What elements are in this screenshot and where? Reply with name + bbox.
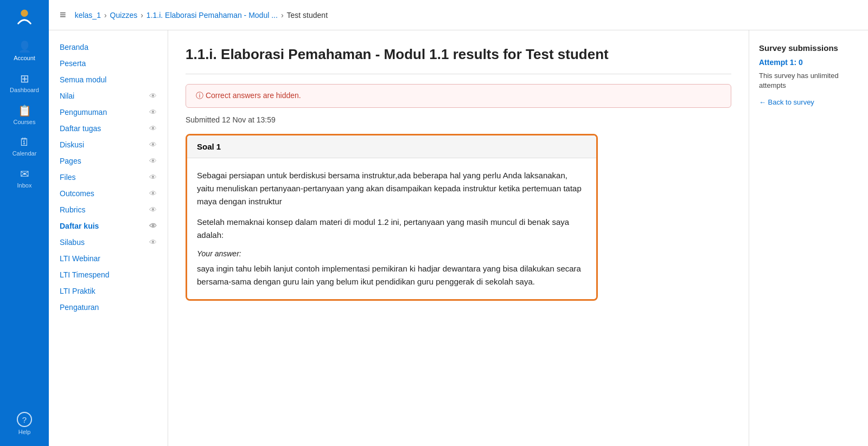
eye-icon-pengumuman[interactable]: 👁 xyxy=(149,108,157,117)
question-card: Soal 1 Sebagai persiapan untuk berdiskus… xyxy=(186,134,598,301)
sidebar-item-pages[interactable]: Pages 👁 xyxy=(49,153,168,169)
sidebar-label-beranda: Beranda xyxy=(60,43,88,51)
breadcrumb-sep-1: › xyxy=(104,11,107,20)
sidebar-item-peserta[interactable]: Peserta xyxy=(49,55,168,72)
page-content: 1.1.i. Elaborasi Pemahaman - Modul 1.1 r… xyxy=(168,30,749,446)
eye-icon-outcomes[interactable]: 👁 xyxy=(149,189,157,198)
sidebar-item-silabus[interactable]: Silabus 👁 xyxy=(49,234,168,250)
nav-item-inbox[interactable]: ✉ Inbox xyxy=(3,163,46,193)
submitted-text: Submitted 12 Nov at 13:59 xyxy=(186,115,731,124)
alert-box: ⓘ Correct answers are hidden. xyxy=(186,84,731,108)
breadcrumb: kelas_1 › Quizzes › 1.1.i. Elaborasi Pem… xyxy=(75,11,328,20)
left-navigation: 👤 Account ⊞ Dashboard 📋 Courses 🗓 Calend… xyxy=(0,0,49,446)
alert-text: ⓘ Correct answers are hidden. xyxy=(196,91,301,101)
right-panel-title: Survey submissions xyxy=(759,43,858,53)
svg-point-0 xyxy=(21,10,28,17)
breadcrumb-quiz-name[interactable]: 1.1.i. Elaborasi Pemahaman - Modul ... xyxy=(146,11,278,20)
nav-item-account[interactable]: 👤 Account xyxy=(3,36,46,66)
sidebar-label-nilai: Nilai xyxy=(60,92,74,100)
title-divider xyxy=(186,74,731,74)
nav-label-calendar: Calendar xyxy=(12,150,37,157)
eye-icon-diskusi[interactable]: 👁 xyxy=(149,140,157,149)
sidebar-item-daftar-kuis[interactable]: Daftar kuis 👁 xyxy=(49,218,168,234)
sidebar-item-pengaturan[interactable]: Pengaturan xyxy=(49,299,168,315)
sidebar-item-files[interactable]: Files 👁 xyxy=(49,169,168,185)
account-icon: 👤 xyxy=(18,40,31,53)
eye-icon-silabus[interactable]: 👁 xyxy=(149,238,157,247)
sidebar-item-semua-modul[interactable]: Semua modul xyxy=(49,72,168,88)
question-body: Sebagai persiapan untuk berdiskusi bersa… xyxy=(187,158,596,299)
sidebar-item-beranda[interactable]: Beranda xyxy=(49,39,168,55)
sidebar-label-diskusi: Diskusi xyxy=(60,140,84,149)
breadcrumb-sep-2: › xyxy=(141,11,143,20)
nav-label-dashboard: Dashboard xyxy=(10,87,39,93)
help-icon: ? xyxy=(17,412,32,427)
sidebar-item-lti-timespend[interactable]: LTI Timespend xyxy=(49,267,168,283)
breadcrumb-quizzes[interactable]: Quizzes xyxy=(110,11,138,20)
breadcrumb-sep-3: › xyxy=(281,11,284,20)
sidebar-item-lti-praktik[interactable]: LTI Praktik xyxy=(49,283,168,299)
sidebar-label-semua-modul: Semua modul xyxy=(60,75,106,84)
eye-icon-daftar-tugas[interactable]: 👁 xyxy=(149,124,157,133)
nav-label-account: Account xyxy=(14,55,35,61)
sidebar-label-lti-timespend: LTI Timespend xyxy=(60,270,110,279)
sidebar-item-daftar-tugas[interactable]: Daftar tugas 👁 xyxy=(49,120,168,137)
logo xyxy=(12,5,36,29)
sidebar-label-pengaturan: Pengaturan xyxy=(60,303,99,312)
sidebar-item-outcomes[interactable]: Outcomes 👁 xyxy=(49,185,168,202)
sidebar-label-pages: Pages xyxy=(60,157,81,165)
dashboard-icon: ⊞ xyxy=(20,72,29,85)
hamburger-menu[interactable]: ≡ xyxy=(60,9,66,21)
back-to-survey-link[interactable]: ← Back to survey xyxy=(759,98,858,106)
attempt-label: Attempt 1: 0 xyxy=(759,58,858,67)
sidebar-label-rubrics: Rubrics xyxy=(60,205,85,214)
sidebar-label-daftar-kuis: Daftar kuis xyxy=(60,222,99,230)
sidebar-label-outcomes: Outcomes xyxy=(60,189,94,198)
nav-item-help[interactable]: ? Help xyxy=(3,408,46,439)
courses-icon: 📋 xyxy=(18,104,31,117)
sidebar-item-pengumuman[interactable]: Pengumuman 👁 xyxy=(49,104,168,120)
sidebar-label-pengumuman: Pengumuman xyxy=(60,108,107,117)
sidebar-item-lti-webinar[interactable]: LTI Webinar xyxy=(49,250,168,267)
sidebar-item-rubrics[interactable]: Rubrics 👁 xyxy=(49,202,168,218)
eye-icon-nilai[interactable]: 👁 xyxy=(149,92,157,100)
nav-label-inbox: Inbox xyxy=(17,182,32,189)
nav-item-calendar[interactable]: 🗓 Calendar xyxy=(3,132,46,161)
sidebar-label-files: Files xyxy=(60,173,76,182)
sidebar-label-daftar-tugas: Daftar tugas xyxy=(60,124,101,133)
inbox-icon: ✉ xyxy=(20,167,29,180)
nav-item-courses[interactable]: 📋 Courses xyxy=(3,100,46,130)
nav-label-help: Help xyxy=(18,429,31,435)
eye-icon-daftar-kuis[interactable]: 👁 xyxy=(149,222,157,230)
right-panel: Survey submissions Attempt 1: 0 This sur… xyxy=(749,30,868,446)
question-text-2: Setelah memaknai konsep dalam materi di … xyxy=(197,216,586,242)
sidebar-item-diskusi[interactable]: Diskusi 👁 xyxy=(49,137,168,153)
sidebar-item-nilai[interactable]: Nilai 👁 xyxy=(49,88,168,104)
eye-icon-rubrics[interactable]: 👁 xyxy=(149,205,157,214)
answer-label: Your answer: xyxy=(197,249,586,258)
calendar-icon: 🗓 xyxy=(19,136,30,148)
sidebar-label-silabus: Silabus xyxy=(60,238,85,247)
sidebar-label-peserta: Peserta xyxy=(60,59,86,68)
answer-text: saya ingin tahu lebih lanjut contoh impl… xyxy=(197,262,586,288)
unlimited-text: This survey has unlimited attempts xyxy=(759,71,858,91)
sidebar-label-lti-webinar: LTI Webinar xyxy=(60,254,100,263)
question-header: Soal 1 xyxy=(187,135,596,158)
breadcrumb-kelas[interactable]: kelas_1 xyxy=(75,11,101,20)
nav-item-dashboard[interactable]: ⊞ Dashboard xyxy=(3,68,46,98)
course-sidebar: Beranda Peserta Semua modul Nilai 👁 Peng… xyxy=(49,30,168,446)
sidebar-label-lti-praktik: LTI Praktik xyxy=(60,287,95,295)
breadcrumb-current: Test student xyxy=(287,11,328,20)
question-text-1: Sebagai persiapan untuk berdiskusi bersa… xyxy=(197,169,586,208)
nav-label-courses: Courses xyxy=(14,119,36,125)
topbar: ≡ kelas_1 › Quizzes › 1.1.i. Elaborasi P… xyxy=(49,0,868,30)
eye-icon-pages[interactable]: 👁 xyxy=(149,157,157,165)
main-wrapper: ≡ kelas_1 › Quizzes › 1.1.i. Elaborasi P… xyxy=(49,0,868,446)
eye-icon-files[interactable]: 👁 xyxy=(149,173,157,182)
content-area: Beranda Peserta Semua modul Nilai 👁 Peng… xyxy=(49,30,868,446)
page-title: 1.1.i. Elaborasi Pemahaman - Modul 1.1 r… xyxy=(186,46,731,64)
